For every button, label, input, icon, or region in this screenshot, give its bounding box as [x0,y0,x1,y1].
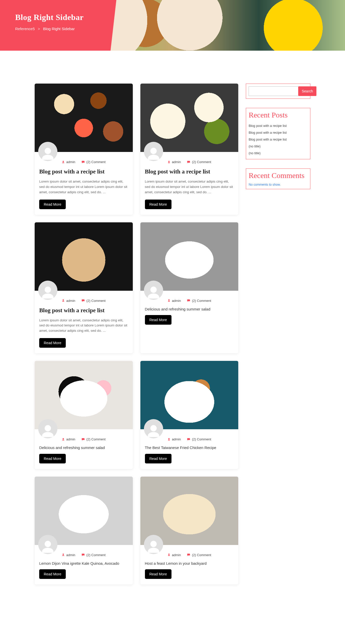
post-title[interactable]: Host a feast Lemon in your backyard [145,561,234,566]
post-title[interactable]: Blog post with a recipe list [145,168,234,175]
post-author[interactable]: admin [62,437,75,441]
page-title: Blog Right Sidebar [15,13,101,22]
user-icon [62,299,65,302]
post-excerpt: Lorem ipsum dolor sit amet, consectetur … [39,318,128,334]
read-more-button[interactable]: Read More [145,454,171,463]
comments-icon [81,160,85,164]
post-meta: admin (2) Comment [145,160,234,164]
post-title[interactable]: The Best Taiwanese Fried Chicken Recipe [145,445,234,450]
recent-post-link[interactable]: (no title) [249,143,308,150]
post-card: admin (2) Comment Blog post with a recip… [35,84,133,215]
author-avatar[interactable] [144,419,163,438]
recent-post-link[interactable]: Blog post with a recipe list [249,136,308,143]
post-title[interactable]: Blog post with a recipe list [39,168,128,175]
read-more-button[interactable]: Read More [39,454,66,463]
author-avatar[interactable] [144,142,163,161]
hero-overlay: Blog Right Sidebar Reference5 > Blog Rig… [0,0,116,51]
post-meta: admin (2) Comment [145,299,234,303]
user-icon [167,161,170,164]
user-icon [167,299,170,302]
recent-post-link[interactable]: Blog post with a recipe list [249,122,308,129]
post-card: admin (2) Comment Lemon Dijon Vina igret… [35,477,133,585]
post-author[interactable]: admin [62,553,75,557]
recent-post-link[interactable]: Blog post with a recipe list [249,129,308,136]
recent-post-item: Blog post with a recipe list [249,136,308,143]
search-button[interactable]: Search [298,86,316,96]
post-author[interactable]: admin [62,299,75,303]
read-more-button[interactable]: Read More [39,569,66,579]
user-icon [62,438,65,441]
post-comments[interactable]: (2) Comment [81,160,106,164]
author-avatar[interactable] [38,419,57,438]
post-card: admin (2) Comment Blog post with a recip… [140,84,239,215]
read-more-button[interactable]: Read More [145,569,171,579]
post-author[interactable]: admin [167,299,181,303]
post-author[interactable]: admin [167,553,181,557]
read-more-button[interactable]: Read More [145,315,171,325]
post-meta: admin (2) Comment [39,553,128,557]
post-title[interactable]: Delicious and refreshing summer salad [145,307,234,312]
user-icon [167,438,170,441]
breadcrumb-home[interactable]: Reference5 [15,27,35,31]
author-avatar[interactable] [144,281,163,300]
recent-post-link[interactable]: (no title) [249,150,308,157]
post-title[interactable]: Delicious and refreshing summer salad [39,445,128,450]
user-icon [167,553,170,556]
post-meta: admin (2) Comment [39,437,128,441]
recent-post-item: Blog post with a recipe list [249,122,308,129]
recent-post-item: (no title) [249,143,308,150]
breadcrumb-current: Blog Right Sidebar [43,27,75,31]
recent-post-item: Blog post with a recipe list [249,129,308,136]
author-avatar[interactable] [38,535,57,554]
post-image[interactable] [35,222,133,291]
post-image[interactable] [140,222,239,291]
read-more-button[interactable]: Read More [39,338,66,348]
comments-icon [81,553,85,557]
post-comments[interactable]: (2) Comment [187,437,211,441]
read-more-button[interactable]: Read More [145,200,171,209]
post-title[interactable]: Blog post with a recipe list [39,307,128,314]
search-input[interactable] [249,86,298,96]
post-excerpt: Lorem ipsum dolor sit amet, consectetur … [39,179,128,195]
post-comments[interactable]: (2) Comment [81,299,106,303]
post-comments[interactable]: (2) Comment [187,160,211,164]
recent-post-item: (no title) [249,150,308,157]
author-avatar[interactable] [144,535,163,554]
recent-posts-widget: Recent Posts Blog post with a recipe lis… [246,108,310,159]
read-more-button[interactable]: Read More [39,200,66,209]
post-meta: admin (2) Comment [39,299,128,303]
author-avatar[interactable] [38,281,57,300]
recent-posts-title: Recent Posts [249,111,308,119]
post-card: admin (2) Comment Delicious and refreshi… [35,361,133,469]
recent-comments-widget: Recent Comments No comments to show. [246,168,310,189]
comments-icon [187,553,190,557]
post-meta: admin (2) Comment [145,553,234,557]
post-comments[interactable]: (2) Comment [187,553,211,557]
recent-comments-title: Recent Comments [249,171,308,180]
comments-icon [187,160,190,164]
post-image[interactable] [140,477,239,545]
author-avatar[interactable] [38,142,57,161]
post-image[interactable] [35,477,133,545]
breadcrumb: Reference5 > Blog Right Sidebar [15,27,101,31]
post-title[interactable]: Lemon Dijon Vina igrette Kale Quinoa, Av… [39,561,128,566]
comments-icon [187,438,190,441]
post-meta: admin (2) Comment [39,160,128,164]
search-widget: Search [246,84,310,99]
post-comments[interactable]: (2) Comment [187,299,211,303]
user-icon [62,553,65,556]
post-card: admin (2) Comment Delicious and refreshi… [140,222,239,354]
post-author[interactable]: admin [62,160,75,164]
user-icon [62,161,65,164]
post-comments[interactable]: (2) Comment [81,553,106,557]
hero-banner: Blog Right Sidebar Reference5 > Blog Rig… [0,0,345,51]
comments-icon [81,299,85,302]
post-author[interactable]: admin [167,437,181,441]
comments-icon [187,299,190,302]
post-comments[interactable]: (2) Comment [81,437,106,441]
sidebar: Search Recent Posts Blog post with a rec… [246,84,310,198]
recent-posts-list: Blog post with a recipe listBlog post wi… [249,122,308,157]
post-card: admin (2) Comment Blog post with a recip… [35,222,133,354]
post-author[interactable]: admin [167,160,181,164]
post-meta: admin (2) Comment [145,437,234,441]
